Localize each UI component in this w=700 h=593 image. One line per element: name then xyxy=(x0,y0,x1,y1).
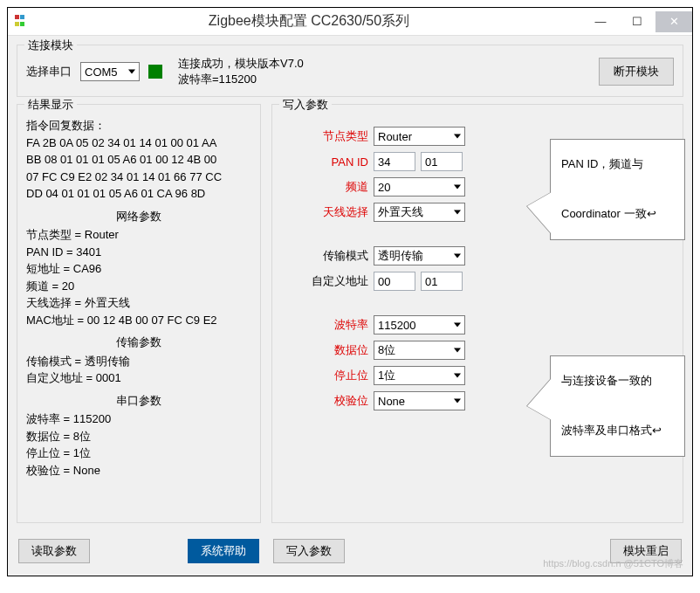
antenna-select[interactable]: 外置天线 xyxy=(374,203,465,222)
node-type-label: 节点类型 xyxy=(281,128,368,144)
result-body: 指令回复数据： FA 2B 0A 05 02 34 01 14 01 00 01… xyxy=(26,115,251,480)
baud-select[interactable]: 115200 xyxy=(374,315,465,334)
baud-label: 波特率 xyxy=(281,317,368,333)
disconnect-button[interactable]: 断开模块 xyxy=(599,58,674,86)
result-group-title: 结果显示 xyxy=(24,97,77,113)
stopbits-select[interactable]: 1位 xyxy=(374,366,465,385)
panid-input-1[interactable]: 34 xyxy=(374,152,415,171)
stopbits-label: 停止位 xyxy=(281,368,368,383)
maximize-button[interactable]: ☐ xyxy=(619,11,655,32)
window-title: Zigbee模块配置 CC2630/50系列 xyxy=(36,12,582,31)
port-label: 选择串口 xyxy=(26,64,72,79)
connect-group-title: 连接模块 xyxy=(24,38,77,53)
panid-label: PAN ID xyxy=(281,155,368,169)
antenna-label: 天线选择 xyxy=(281,204,368,220)
channel-select[interactable]: 20 xyxy=(374,177,465,197)
read-button[interactable]: 读取参数 xyxy=(18,539,90,563)
status-line-2: 波特率=115200 xyxy=(178,72,304,87)
callout-panid: PAN ID，频道与 Coordinator 一致↩ xyxy=(550,139,685,240)
watermark: https://blog.csdn.n @51CTO博客 xyxy=(543,557,683,570)
channel-label: 频道 xyxy=(281,179,368,195)
status-line-1: 连接成功，模块版本V7.0 xyxy=(178,56,304,72)
minimize-button[interactable]: — xyxy=(582,11,619,32)
connect-group: 连接模块 选择串口 COM5 连接成功，模块版本V7.0 波特率=115200 … xyxy=(17,45,683,97)
result-group: 结果显示 指令回复数据： FA 2B 0A 05 02 34 01 14 01 … xyxy=(17,104,261,523)
app-icon xyxy=(15,15,29,29)
close-button[interactable]: ✕ xyxy=(655,11,692,32)
parity-label: 校验位 xyxy=(281,393,368,409)
port-select[interactable]: COM5 xyxy=(80,62,140,81)
write-group-title: 写入参数 xyxy=(279,97,332,113)
custom-addr-input-1[interactable]: 00 xyxy=(374,272,415,291)
custom-addr-label: 自定义地址 xyxy=(281,273,368,289)
trans-mode-select[interactable]: 透明传输 xyxy=(374,246,465,265)
callout-serial: 与连接设备一致的 波特率及串口格式↩ xyxy=(550,355,685,457)
help-button[interactable]: 系统帮助 xyxy=(188,539,259,563)
trans-mode-label: 传输模式 xyxy=(281,248,368,264)
node-type-select[interactable]: Router xyxy=(374,127,465,146)
titlebar: Zigbee模块配置 CC2630/50系列 — ☐ ✕ xyxy=(8,8,692,36)
custom-addr-input-2[interactable]: 01 xyxy=(421,272,463,291)
databits-label: 数据位 xyxy=(281,342,368,358)
databits-select[interactable]: 8位 xyxy=(374,341,465,360)
parity-select[interactable]: None xyxy=(374,391,465,410)
panid-input-2[interactable]: 01 xyxy=(421,152,463,171)
write-button[interactable]: 写入参数 xyxy=(273,539,345,563)
status-indicator-icon xyxy=(148,65,162,79)
